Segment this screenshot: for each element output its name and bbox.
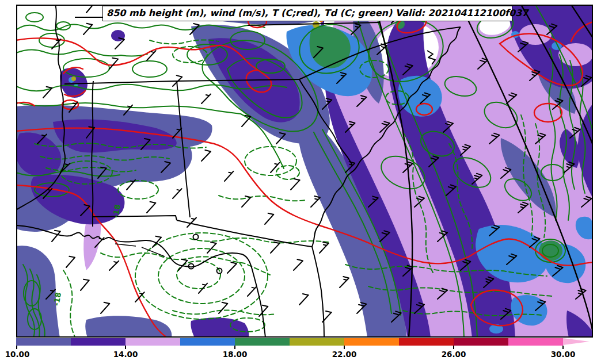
colorbar-segment [180,338,235,346]
colorbar-segment [235,338,290,346]
colorbar-segment [399,338,454,346]
colorbar-segment [71,338,126,346]
colorbar-label: 10.00 [5,350,30,359]
colorbar-segment [126,338,180,346]
colorbar-label: 14.00 [113,350,138,359]
colorbar-tick [344,346,345,349]
colorbar-tick [16,346,17,349]
contour-label: -18 [52,292,63,306]
colorbar-segment [16,338,71,346]
weather-map-figure: -18 -18 850 mb height (m), wind (m/s), T… [0,0,597,364]
map-title: 850 mb height (m), wind (m/s), T (C;red)… [102,6,512,21]
colorbar-tick [125,346,126,349]
colorbar: 10.00 14.00 18.00 22.00 26.00 30.00 [16,338,595,364]
colorbar-segment [344,338,399,346]
colorbar-segment [454,338,508,346]
colorbar-tick [234,346,235,349]
colorbar-overflow-arrow [563,338,590,345]
map-canvas: -18 -18 [16,5,593,338]
colorbar-label: 18.00 [223,350,248,359]
colorbar-segment [508,338,563,346]
colorbar-label: 30.00 [551,350,576,359]
colorbar-label: 26.00 [442,350,466,359]
colorbar-tick [453,346,454,349]
colorbar-tick [562,346,564,349]
colorbar-label: 22.00 [332,350,357,359]
colorbar-gradient [16,338,590,346]
colorbar-segment [290,338,344,346]
